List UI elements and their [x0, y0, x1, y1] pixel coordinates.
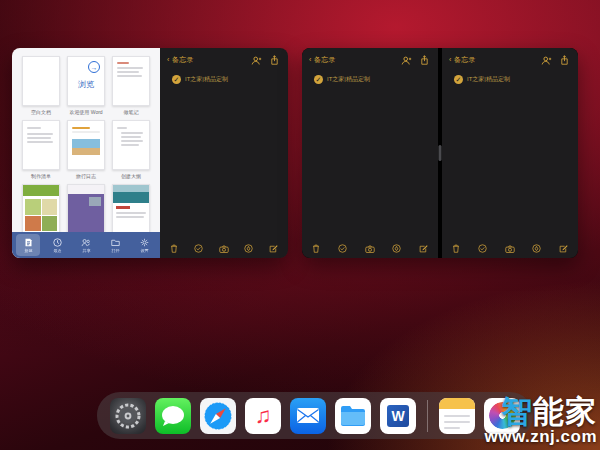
watermark-brand: 智能家	[484, 396, 597, 428]
back-button: ‹ 备忘录	[309, 55, 336, 65]
trash-icon	[312, 244, 320, 253]
watermark-brand-rest: 能家	[533, 394, 597, 429]
speech-bubble-icon	[155, 398, 191, 434]
camera-icon	[505, 245, 515, 253]
dock-divider	[427, 400, 428, 432]
notes-bottom-toolbar	[170, 244, 278, 253]
compose-icon	[269, 244, 278, 253]
watermark-url: www.znj.com	[484, 428, 597, 445]
checklist-item-text: IT之家|精品定制	[185, 75, 228, 84]
word-logo: W	[387, 405, 409, 427]
notes-bottom-toolbar	[312, 244, 428, 253]
template-welcome-word: → 浏览 欢迎使用 Word	[67, 56, 105, 115]
template-thumbnail	[22, 120, 60, 170]
template-label: 旅行日志	[76, 173, 96, 179]
template-overlay-text: 浏览	[68, 79, 104, 90]
watermark-brand-accent: 智	[501, 394, 533, 429]
files-app-icon[interactable]	[335, 398, 371, 434]
trash-icon	[452, 244, 460, 253]
camera-icon	[219, 245, 229, 253]
checklist-icon	[194, 244, 203, 253]
envelope-icon	[296, 407, 320, 424]
back-button: ‹ 备忘录	[449, 55, 476, 65]
checklist-item: ✓ IT之家|精品定制	[454, 75, 578, 84]
checked-circle-icon: ✓	[454, 75, 463, 84]
notes-pane-3[interactable]: ‹ 备忘录 ✓ IT之家|精品定制	[442, 48, 578, 258]
word-tab-settings: 设置	[132, 234, 156, 256]
notes-bottom-toolbar	[452, 244, 568, 253]
template-thumbnail	[112, 184, 150, 234]
word-tab-label: 设置	[140, 248, 148, 253]
template-take-notes: 做笔记	[112, 56, 150, 115]
template-label: 做笔记	[124, 109, 139, 115]
word-template-grid: 空白文档 → 浏览 欢迎使用 Word 做笔	[12, 48, 160, 243]
template-make-list: 制作清单	[22, 120, 60, 179]
markup-pen-icon	[392, 244, 401, 253]
settings-app-icon[interactable]	[110, 398, 146, 434]
checklist-item-text: IT之家|精品定制	[467, 75, 510, 84]
music-note-icon: ♫	[255, 405, 272, 427]
compose-icon	[559, 244, 568, 253]
word-app-icon[interactable]: W	[380, 398, 416, 434]
template-thumbnail	[22, 184, 60, 234]
template-thumbnail: → 浏览	[67, 56, 105, 106]
checklist-item-text: IT之家|精品定制	[327, 75, 370, 84]
template-thumbnail	[67, 184, 105, 234]
word-tab-shared: 共享	[74, 234, 98, 256]
share-icon	[420, 55, 429, 65]
trash-icon	[170, 244, 178, 253]
checked-circle-icon: ✓	[172, 75, 181, 84]
word-tab-open: 打开	[103, 234, 127, 256]
template-create-outline: 创建大纲	[112, 120, 150, 179]
checklist-icon	[338, 244, 347, 253]
word-tab-label: 打开	[111, 248, 119, 253]
split-view-card-word-notes[interactable]: 空白文档 → 浏览 欢迎使用 Word 做笔	[12, 48, 288, 258]
folder-icon	[111, 238, 120, 247]
mail-app-icon[interactable]	[290, 398, 326, 434]
template-label: 制作清单	[31, 173, 51, 179]
safari-app-icon[interactable]	[200, 398, 236, 434]
notes-yellow-band	[439, 398, 475, 409]
template-label: 空白文档	[31, 109, 51, 115]
add-people-icon	[251, 56, 262, 65]
clock-icon	[53, 238, 62, 247]
camera-icon	[365, 245, 375, 253]
gear-icon	[110, 398, 146, 434]
template-thumbnail	[67, 120, 105, 170]
markup-pen-icon	[244, 244, 253, 253]
template-travel-journal: 旅行日志	[67, 120, 105, 179]
music-app-icon[interactable]: ♫	[245, 398, 281, 434]
people-icon	[81, 238, 91, 247]
template-thumbnail	[112, 120, 150, 170]
checked-circle-icon: ✓	[314, 75, 323, 84]
word-tab-new: 新建	[16, 234, 40, 256]
watermark: 智能家 www.znj.com	[484, 396, 597, 445]
ipad-app-switcher-screen: 空白文档 → 浏览 欢迎使用 Word 做笔	[0, 0, 600, 450]
markup-pen-icon	[532, 244, 541, 253]
dock: ♫ W	[97, 392, 533, 439]
share-icon	[560, 55, 569, 65]
checklist-item: ✓ IT之家|精品定制	[172, 75, 288, 84]
notes-header: ‹ 备忘录	[442, 48, 578, 65]
template-label: 创建大纲	[121, 173, 141, 179]
notes-app-icon[interactable]	[439, 398, 475, 434]
word-app-pane[interactable]: 空白文档 → 浏览 欢迎使用 Word 做笔	[12, 48, 160, 258]
new-document-icon	[24, 238, 33, 247]
notes-pane-1[interactable]: ‹ 备忘录 ✓ IT之家|精品定制	[160, 48, 288, 258]
word-bottom-tab-bar: 新建 最近 共享 打开 设置	[12, 232, 160, 258]
checklist-item: ✓ IT之家|精品定制	[314, 75, 438, 84]
add-people-icon	[401, 56, 412, 65]
checklist-icon	[478, 244, 487, 253]
share-icon	[270, 55, 279, 65]
word-tab-recent: 最近	[45, 234, 69, 256]
add-people-icon	[541, 56, 552, 65]
compass-icon	[200, 398, 236, 434]
template-thumbnail	[22, 56, 60, 106]
word-tab-label: 新建	[24, 248, 32, 253]
notes-pane-2[interactable]: ‹ 备忘录 ✓ IT之家|精品定制	[302, 48, 438, 258]
split-view-card-notes-notes[interactable]: ‹ 备忘录 ✓ IT之家|精品定制 ‹ 备忘录	[302, 48, 578, 258]
notes-header: ‹ 备忘录	[302, 48, 438, 65]
messages-app-icon[interactable]	[155, 398, 191, 434]
folder-icon	[340, 405, 366, 426]
word-tab-label: 共享	[82, 248, 90, 253]
